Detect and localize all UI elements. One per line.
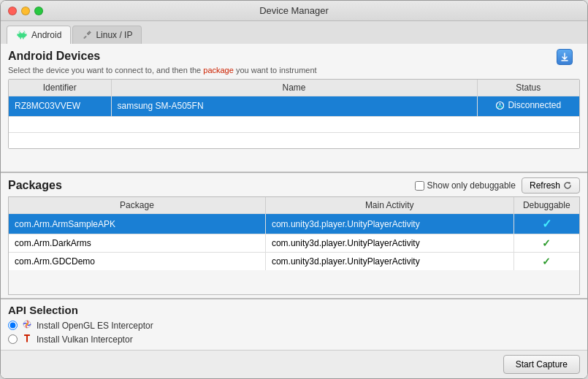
download-icon [560, 53, 569, 61]
start-capture-button[interactable]: Start Capture [503, 355, 580, 374]
svg-marker-13 [569, 182, 571, 184]
api-option-vulkan[interactable]: Install Vulkan Interceptor [8, 333, 580, 345]
svg-point-15 [26, 324, 28, 326]
package-debuggable: ✓ [513, 234, 579, 253]
package-activity: com.unity3d.player.UnityPlayerActivity [265, 253, 513, 271]
packages-title: Packages [8, 179, 62, 192]
api-vulkan-label: Install Vulkan Interceptor [37, 334, 133, 345]
col-name: Name [111, 80, 477, 96]
refresh-icon [563, 181, 572, 190]
api-radio-vulkan[interactable] [8, 334, 18, 344]
refresh-label: Refresh [530, 180, 560, 191]
package-activity: com.unity3d.player.UnityPlayerActivity [265, 234, 513, 253]
title-bar: Device Manager [1, 1, 587, 21]
devices-header-row: Android Devices [8, 50, 580, 64]
api-radio-opengl[interactable] [8, 321, 18, 330]
start-capture-label: Start Capture [516, 359, 568, 370]
api-opengl-label: Install OpenGL ES Interceptor [37, 321, 153, 331]
col-debuggable: Debuggable [513, 197, 579, 214]
device-name: samsung SM-A505FN [111, 96, 477, 117]
refresh-button[interactable]: Refresh [522, 177, 580, 194]
devices-table-header: Identifier Name Status [9, 80, 579, 96]
device-manager-window: Device Manager Android [0, 0, 588, 379]
api-radio-group: Install OpenGL ES Interceptor Install Vu… [8, 319, 580, 345]
svg-rect-9 [83, 36, 87, 39]
info-button[interactable] [557, 49, 573, 65]
table-row[interactable]: com.Arm.GDCDemo com.unity3d.player.Unity… [9, 253, 579, 271]
tab-linux-ip[interactable]: Linux / IP [72, 26, 142, 44]
package-name: com.Arm.GDCDemo [9, 253, 265, 271]
android-icon [16, 29, 28, 41]
col-main-activity: Main Activity [265, 197, 513, 214]
show-debuggable-checkbox[interactable] [415, 181, 424, 191]
table-row[interactable]: com.Arm.DarkArms com.unity3d.player.Unit… [9, 234, 579, 253]
svg-rect-4 [26, 34, 27, 37]
vulkan-icon [22, 333, 32, 345]
disconnected-icon [495, 101, 505, 110]
tab-android[interactable]: Android [7, 26, 71, 44]
table-row[interactable] [9, 132, 579, 148]
check-icon: ✓ [542, 218, 551, 230]
table-row[interactable] [9, 116, 579, 132]
disconnected-badge: Disconnected [495, 100, 561, 110]
packages-table-header: Package Main Activity Debuggable [9, 197, 579, 214]
packages-section: Packages Show only debuggable Refresh [1, 172, 587, 298]
package-name: com.Arm.DarkArms [9, 234, 265, 253]
window-controls [8, 7, 43, 15]
close-button[interactable] [8, 7, 17, 15]
package-debuggable: ✓ [513, 214, 579, 234]
devices-table: Identifier Name Status RZ8MC03VVEW samsu… [8, 79, 580, 149]
linux-icon [82, 30, 92, 40]
maximize-button[interactable] [34, 7, 43, 15]
minimize-button[interactable] [21, 7, 30, 15]
col-status: Status [477, 80, 579, 96]
packages-header: Packages Show only debuggable Refresh [8, 177, 580, 194]
tab-bar: Android Linux / IP [1, 21, 587, 44]
api-option-opengl[interactable]: Install OpenGL ES Interceptor [8, 319, 580, 332]
svg-rect-3 [18, 34, 19, 37]
package-name: com.Arm.ArmSampleAPK [9, 214, 265, 234]
svg-rect-17 [26, 336, 28, 342]
main-content: Android Linux / IP Android Devices [1, 21, 587, 378]
table-row[interactable]: com.Arm.ArmSampleAPK com.unity3d.player.… [9, 214, 579, 234]
col-package: Package [9, 197, 265, 214]
show-debuggable-text: Show only debuggable [427, 180, 516, 191]
device-status: Disconnected [477, 96, 579, 117]
android-devices-section: Android Devices Select the device you wa… [1, 44, 587, 172]
package-debuggable: ✓ [513, 253, 579, 271]
devices-section-title: Android Devices [8, 50, 100, 63]
opengl-icon [22, 319, 32, 332]
packages-controls: Show only debuggable Refresh [415, 177, 580, 194]
packages-table: Package Main Activity Debuggable com.Arm… [9, 197, 579, 270]
devices-description: Select the device you want to connect to… [8, 66, 580, 74]
status-text: Disconnected [508, 100, 561, 110]
check-icon: ✓ [542, 256, 551, 267]
bottom-bar: Start Capture [1, 350, 587, 378]
tab-linux-label: Linux / IP [96, 30, 132, 40]
svg-rect-6 [23, 37, 24, 39]
tab-android-label: Android [31, 30, 61, 40]
check-icon: ✓ [542, 237, 551, 249]
api-title: API Selection [8, 304, 580, 316]
col-identifier: Identifier [9, 80, 111, 96]
table-row[interactable]: RZ8MC03VVEW samsung SM-A505FN Disco [9, 96, 579, 117]
svg-rect-5 [20, 37, 22, 39]
svg-rect-2 [18, 34, 26, 38]
package-activity: com.unity3d.player.UnityPlayerActivity [265, 214, 513, 234]
window-title: Device Manager [259, 5, 329, 16]
device-identifier: RZ8MC03VVEW [9, 96, 111, 117]
api-section: API Selection Install OpenGL ES Intercep… [1, 298, 587, 350]
show-debuggable-label[interactable]: Show only debuggable [415, 180, 516, 191]
packages-table-wrapper[interactable]: Package Main Activity Debuggable com.Arm… [8, 196, 580, 295]
